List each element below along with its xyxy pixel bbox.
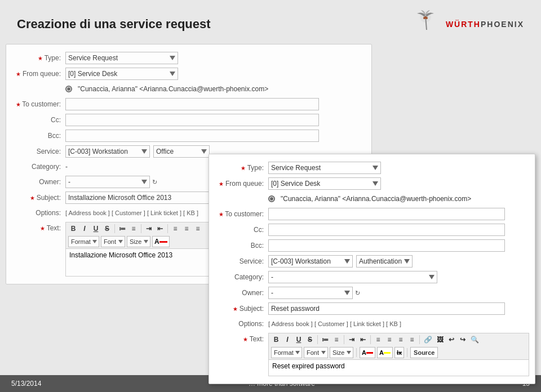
top-bar: Creazione di una service request WÜRTHPH… [0, 0, 541, 44]
type-select[interactable]: Service Request [65, 52, 178, 64]
service-select1[interactable]: [C-003] Workstation [65, 145, 150, 158]
ol-button-front[interactable]: ≔ [320, 335, 330, 345]
to-customer-input-front[interactable] [268, 208, 505, 220]
sep4-front [419, 335, 420, 344]
size-dropdown-back[interactable]: Size [127, 236, 150, 247]
underline-button-front[interactable]: U [294, 335, 304, 345]
bg-color-button-front[interactable]: A [377, 347, 393, 358]
underline-button-back[interactable]: U [91, 224, 101, 234]
radio-email[interactable] [65, 86, 72, 92]
options-row-front: Options: [ Address book ] [ Customer ] [… [209, 317, 535, 331]
font-dropdown-front[interactable]: Font [304, 347, 328, 358]
redo-button-front[interactable]: ↪ [458, 335, 468, 345]
bold-button-front[interactable]: B [271, 335, 281, 345]
sep1-front [317, 335, 318, 344]
link-button-front[interactable]: 🔗 [422, 335, 434, 345]
owner-refresh-icon[interactable]: ↻ [152, 179, 157, 186]
logo-icon [409, 10, 442, 38]
owner-select[interactable]: - [65, 176, 150, 188]
category-label: Category: [12, 163, 65, 171]
to-customer-label-front: To customer: [215, 210, 268, 218]
strike-button-front[interactable]: S [305, 335, 315, 345]
cc-input[interactable] [65, 114, 319, 126]
bold-button-back[interactable]: B [68, 224, 78, 234]
indent-button-back[interactable]: ⇥ [144, 224, 154, 234]
justify-front[interactable]: ≡ [407, 335, 417, 345]
service-label-front: Service: [215, 257, 268, 265]
align-left-front[interactable]: ≡ [373, 335, 383, 345]
source-button-front[interactable]: Source [410, 347, 438, 358]
owner-select-front[interactable]: - [268, 287, 353, 299]
subject-label: Subject: [12, 194, 65, 202]
type-label: Type: [12, 54, 65, 62]
options-links[interactable]: [ Address book ] [ Customer ] [ Link tic… [65, 210, 198, 216]
main-content: Type: Service Request From queue: [0] Se… [0, 44, 541, 392]
font-color-button-front[interactable]: A [360, 347, 375, 358]
options-links-front[interactable]: [ Address book ] [ Customer ] [ Link tic… [268, 320, 401, 327]
to-customer-input[interactable] [65, 98, 319, 110]
cc-row-front: Cc: [209, 222, 535, 238]
image-button-front[interactable]: 🖼 [435, 335, 445, 345]
service-selects: [C-003] Workstation Office [65, 145, 210, 158]
service-label: Service: [12, 148, 65, 155]
rte-body-front[interactable]: Reset expired password [268, 359, 529, 376]
rte-text-front: Reset expired password [272, 362, 345, 370]
font-color-bar-front [366, 352, 373, 354]
ol-button-back[interactable]: ≔ [117, 224, 127, 234]
sep2-front [344, 335, 344, 344]
bcc-row-front: Bcc: [209, 238, 535, 253]
cc-input-front[interactable] [268, 224, 505, 236]
bcc-row: Bcc: [6, 128, 371, 144]
format-dropdown-front[interactable]: Format [271, 347, 302, 358]
to-customer-row-front: To customer: [209, 206, 535, 222]
italic-button-back[interactable]: I [79, 224, 90, 234]
size-dropdown-front[interactable]: Size [330, 347, 353, 358]
strike-color-button-front[interactable]: Ix [394, 347, 404, 358]
owner-row-front: Owner: - ↻ [209, 285, 535, 301]
format-dropdown-back[interactable]: Format [68, 236, 99, 247]
owner-refresh-icon-front[interactable]: ↻ [355, 289, 360, 297]
logo-area: WÜRTHPHOENIX [409, 10, 524, 38]
bcc-input-front[interactable] [268, 239, 505, 252]
from-queue-select[interactable]: [0] Service Desk [65, 68, 178, 80]
to-customer-label: To customer: [12, 100, 65, 108]
outdent-button-front[interactable]: ⇤ [358, 335, 368, 345]
type-label-front: Type: [215, 164, 268, 172]
align-left-back[interactable]: ≡ [170, 224, 180, 234]
from-queue-label: From queue: [12, 70, 65, 78]
ul-button-back[interactable]: ≡ [128, 224, 139, 234]
subject-input-front[interactable] [268, 302, 505, 315]
sep5-front [356, 348, 357, 357]
strike-button-back[interactable]: S [102, 224, 112, 234]
outdent-button-back[interactable]: ⇤ [155, 224, 165, 234]
align-right-front[interactable]: ≡ [396, 335, 406, 345]
align-right-back[interactable]: ≡ [193, 224, 203, 234]
rte-toolbar-front: B I U S ≔ ≡ ⇥ ⇤ ≡ ≡ ≡ ≡ 🔗 [268, 333, 529, 346]
from-queue-select-front[interactable]: [0] Service Desk [268, 177, 381, 190]
italic-button-front[interactable]: I [282, 335, 292, 345]
service-select1-front[interactable]: [C-003] Workstation [268, 255, 353, 268]
email-row-front: "Cunaccia, Arianna" <Arianna.Cunaccia@wu… [209, 191, 535, 206]
align-center-back[interactable]: ≡ [181, 224, 192, 234]
category-select-front[interactable]: - [268, 271, 437, 283]
sep3-front [370, 335, 371, 344]
bcc-input[interactable] [65, 130, 319, 142]
color-button-back[interactable]: A [152, 236, 170, 247]
bcc-label-front: Bcc: [215, 242, 268, 250]
form-panel-front: Type: Service Request From queue: [0] Se… [209, 154, 535, 384]
service-select2-front[interactable]: Authentication [356, 255, 413, 268]
ul-button-front[interactable]: ≡ [331, 335, 342, 345]
indent-button-front[interactable]: ⇥ [347, 335, 357, 345]
sep1-back [114, 224, 115, 233]
radio-email-front[interactable] [268, 195, 275, 202]
service-select2[interactable]: Office [153, 145, 210, 158]
search-button-front[interactable]: 🔍 [469, 335, 481, 345]
undo-button-front[interactable]: ↩ [446, 335, 456, 345]
type-row-front: Type: Service Request [209, 160, 535, 176]
bcc-label: Bcc: [12, 132, 65, 140]
category-value: - [65, 163, 68, 171]
type-select-front[interactable]: Service Request [268, 162, 381, 174]
font-dropdown-back[interactable]: Font [101, 236, 125, 247]
align-center-front[interactable]: ≡ [384, 335, 394, 345]
category-row-front: Category: - [209, 269, 535, 285]
